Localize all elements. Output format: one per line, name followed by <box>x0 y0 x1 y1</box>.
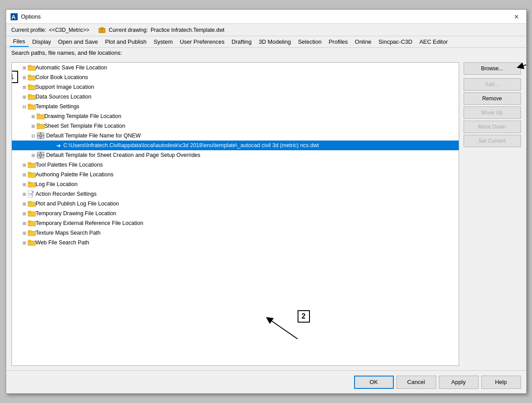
svg-rect-32 <box>28 163 31 164</box>
menu-display[interactable]: Display <box>29 37 55 46</box>
tree-item-plot-publish[interactable]: ⊞ Plot and Publish Log File Location <box>12 199 459 209</box>
set-current-button[interactable]: Set Current <box>464 135 521 147</box>
expand-icon-plot-publish[interactable]: ⊞ <box>21 200 28 207</box>
close-button[interactable]: ✕ <box>511 11 522 22</box>
folder-icon-sheetset-template <box>37 123 45 129</box>
profile-bar: Current profile: <<C3D_Metric>> Current … <box>6 24 526 36</box>
svg-text:A: A <box>11 14 16 20</box>
move-up-button[interactable]: Move Up <box>464 106 521 119</box>
menu-drafting[interactable]: Drafting <box>228 37 255 46</box>
tree-item-auto-save[interactable]: ⊞ Automatic Save File Location <box>12 63 459 72</box>
bottom-bar: OK Cancel Apply Help <box>6 370 526 393</box>
menu-sincpac[interactable]: Sincpac-C3D <box>375 37 416 46</box>
label-web-file: Web File Search Path <box>36 240 89 246</box>
menu-bar: Files Display Open and Save Plot and Pub… <box>6 36 526 48</box>
svg-rect-6 <box>28 65 31 67</box>
help-button[interactable]: Help <box>481 376 521 389</box>
expand-icon-action-recorder[interactable]: ⊞ <box>21 190 28 198</box>
tree-item-texture-maps[interactable]: ⊞ Texture Maps Search Path <box>12 228 459 238</box>
folder-icon-plot-publish <box>28 201 36 207</box>
profile-label: Current profile: <box>11 27 46 33</box>
menu-user-pref[interactable]: User Preferences <box>176 37 228 46</box>
expand-icon-data-sources[interactable]: ⊞ <box>21 93 28 100</box>
expand-icon-color-book[interactable]: ⊞ <box>21 74 28 81</box>
tree-item-data-sources[interactable]: ⊞ Data Sources Location <box>12 92 459 102</box>
expand-icon-web-file[interactable]: ⊞ <box>21 239 28 246</box>
svg-rect-24 <box>43 135 44 136</box>
tree-item-tool-palettes[interactable]: ⊞ Tool Palettes File Locations <box>12 160 459 170</box>
expand-icon-texture-maps[interactable]: ⊞ <box>21 229 28 236</box>
label-color-book: Color Book Locations <box>36 74 88 80</box>
expand-icon-support-image[interactable]: ⊞ <box>21 84 28 91</box>
tree-item-action-recorder[interactable]: ⊞ Action Recorder Settings <box>12 189 459 199</box>
folder-icon-auto-save <box>28 65 36 71</box>
annotation-1: 1 <box>11 71 18 83</box>
label-support-image: Support Image Location <box>36 84 94 90</box>
menu-aec[interactable]: AEC Editor <box>416 37 451 46</box>
annotation-2: 2 <box>298 310 310 323</box>
folder-icon-log-file <box>28 181 36 187</box>
expand-icon-authoring[interactable]: ⊞ <box>21 171 28 178</box>
label-plot-publish: Plot and Publish Log File Location <box>36 201 119 207</box>
apply-button[interactable]: Apply <box>439 376 479 389</box>
add-button[interactable]: Add... <box>464 78 521 91</box>
expand-icon-log-file[interactable]: ⊞ <box>21 181 28 188</box>
tree-item-sheetset-template[interactable]: ⊞ Sheet Set Template File Location <box>12 121 459 131</box>
menu-profiles[interactable]: Profiles <box>325 37 351 46</box>
move-down-button[interactable]: Move Down <box>464 121 521 133</box>
expand-icon-temp-drawing[interactable]: ⊞ <box>21 210 28 217</box>
svg-rect-23 <box>37 135 38 136</box>
menu-selection[interactable]: Selection <box>294 37 325 46</box>
tree-item-color-book[interactable]: ⊞ Color Book Locations 1 <box>12 72 459 82</box>
tree-item-template-settings[interactable]: ⊟ Template Settings <box>12 102 459 111</box>
tree-container[interactable]: ⊞ Automatic Save File Location ⊞ Color B… <box>11 62 459 366</box>
label-action-recorder: Action Recorder Settings <box>36 191 97 197</box>
ok-button[interactable]: OK <box>354 376 394 389</box>
menu-system[interactable]: System <box>150 37 176 46</box>
gear-icon-sheet <box>37 152 45 159</box>
tree-item-default-qnew[interactable]: ⊟ Default Template File Name for QNEW <box>12 131 459 141</box>
menu-plot-publish[interactable]: Plot and Publish <box>102 37 150 46</box>
svg-rect-14 <box>28 104 31 106</box>
svg-rect-37 <box>28 190 32 198</box>
tree-item-temp-xref[interactable]: ⊞ Temporary External Reference File Loca… <box>12 218 459 228</box>
cancel-button[interactable]: Cancel <box>396 376 436 389</box>
label-temp-drawing: Temporary Drawing File Location <box>36 210 117 217</box>
svg-rect-43 <box>28 211 31 213</box>
menu-online[interactable]: Online <box>351 37 375 46</box>
expand-icon-sheetset-template[interactable]: ⊞ <box>30 122 37 129</box>
title-bar: A Options ✕ <box>6 10 526 24</box>
menu-files[interactable]: Files <box>10 37 29 47</box>
expand-icon-auto-save[interactable]: ⊞ <box>21 64 28 71</box>
arrow-indicator: ➜ <box>56 142 61 149</box>
remove-button[interactable]: Remove <box>464 92 521 105</box>
tree-item-log-file[interactable]: ⊞ Log File Location <box>12 179 459 189</box>
tree-item-default-sheet[interactable]: ⊞ Default Template for Sheet Creation an… <box>12 150 459 160</box>
svg-rect-30 <box>43 155 44 156</box>
tree-item-support-image[interactable]: ⊞ Support Image Location <box>12 82 459 92</box>
folder-icon-template-settings <box>28 103 36 110</box>
tree-item-path-value[interactable]: ➜ C:\Users\Infratech.Civil\appdata\local… <box>12 141 459 150</box>
expand-icon-drawing-template[interactable]: ⊞ <box>30 113 37 120</box>
expand-icon-default-sheet[interactable]: ⊞ <box>30 152 37 159</box>
title-bar-left: A Options <box>11 13 41 20</box>
tree-item-web-file[interactable]: ⊞ Web File Search Path <box>12 238 459 247</box>
browse-button[interactable]: Browse... <box>464 62 521 75</box>
expand-icon-tool-palettes[interactable]: ⊞ <box>21 161 28 168</box>
tree-item-temp-drawing[interactable]: ⊞ Temporary Drawing File Location <box>12 209 459 218</box>
menu-3d-modeling[interactable]: 3D Modeling <box>255 37 294 46</box>
label-sheetset-template: Sheet Set Template File Location <box>45 123 125 129</box>
svg-rect-36 <box>28 182 31 184</box>
label-temp-xref: Temporary External Reference File Locati… <box>36 220 143 226</box>
tree-item-drawing-template[interactable]: ⊞ Drawing Template File Location <box>12 111 459 121</box>
svg-line-50 <box>520 64 526 67</box>
expand-icon-default-qnew[interactable]: ⊟ <box>30 132 37 139</box>
menu-open-save[interactable]: Open and Save <box>55 37 102 46</box>
label-default-qnew: Default Template File Name for QNEW <box>46 133 141 139</box>
label-log-file: Log File Location <box>36 181 78 187</box>
svg-rect-21 <box>40 133 41 134</box>
tree-item-authoring[interactable]: ⊞ Authoring Palette File Locations <box>12 170 459 179</box>
expand-icon-temp-xref[interactable]: ⊞ <box>21 220 28 227</box>
folder-icon-drawing-template <box>37 113 45 119</box>
expand-icon-template-settings[interactable]: ⊟ <box>21 103 28 110</box>
